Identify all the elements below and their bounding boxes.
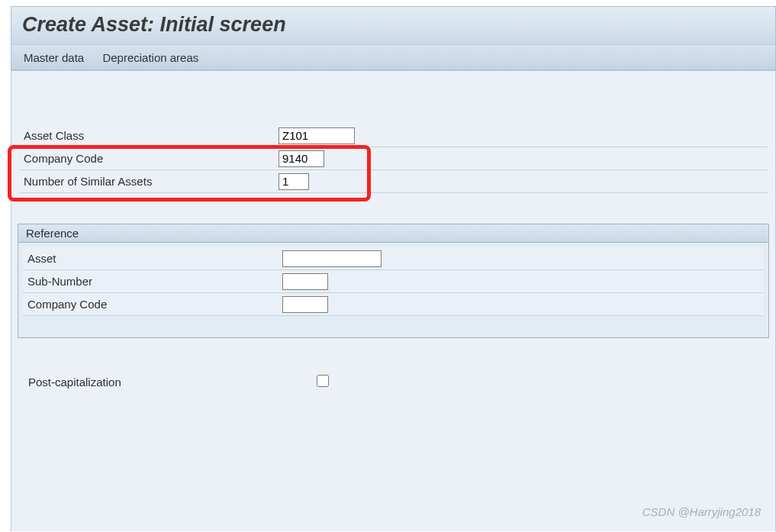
input-num-similar[interactable] <box>279 173 309 190</box>
title-bar: Create Asset: Initial screen <box>11 6 776 44</box>
menu-bar: Master data Depreciation areas <box>11 44 776 70</box>
row-num-similar: Number of Similar Assets <box>19 170 768 193</box>
label-ref-company-code: Company Code <box>23 298 282 311</box>
row-company-code: Company Code <box>19 147 768 170</box>
label-company-code: Company Code <box>19 152 279 165</box>
label-post-capitalization: Post-capitalization <box>24 376 138 389</box>
menu-depreciation-areas[interactable]: Depreciation areas <box>101 49 200 66</box>
input-ref-asset[interactable] <box>282 250 382 267</box>
label-asset-class: Asset Class <box>19 129 279 142</box>
row-ref-company-code: Company Code <box>23 293 764 316</box>
input-ref-subnumber[interactable] <box>282 273 328 290</box>
input-ref-company-code[interactable] <box>282 296 328 313</box>
row-asset-class: Asset Class <box>19 124 768 147</box>
input-company-code[interactable] <box>279 150 324 167</box>
row-ref-subnumber: Sub-Number <box>23 270 764 293</box>
menu-master-data[interactable]: Master data <box>22 49 85 66</box>
content-area: Asset Class Company Code Number of Simil… <box>11 70 776 531</box>
group-reference-title: Reference <box>18 224 768 243</box>
label-ref-asset: Asset <box>23 252 282 265</box>
label-num-similar: Number of Similar Assets <box>19 175 279 188</box>
input-asset-class[interactable] <box>279 127 355 144</box>
label-ref-subnumber: Sub-Number <box>23 275 282 288</box>
page-title: Create Asset: Initial screen <box>22 13 286 36</box>
row-post-capitalization: Post-capitalization <box>24 375 763 389</box>
row-ref-asset: Asset <box>23 247 764 270</box>
checkbox-post-capitalization[interactable] <box>317 375 329 387</box>
group-reference: Reference Asset Sub-Number Company Code <box>18 224 769 338</box>
